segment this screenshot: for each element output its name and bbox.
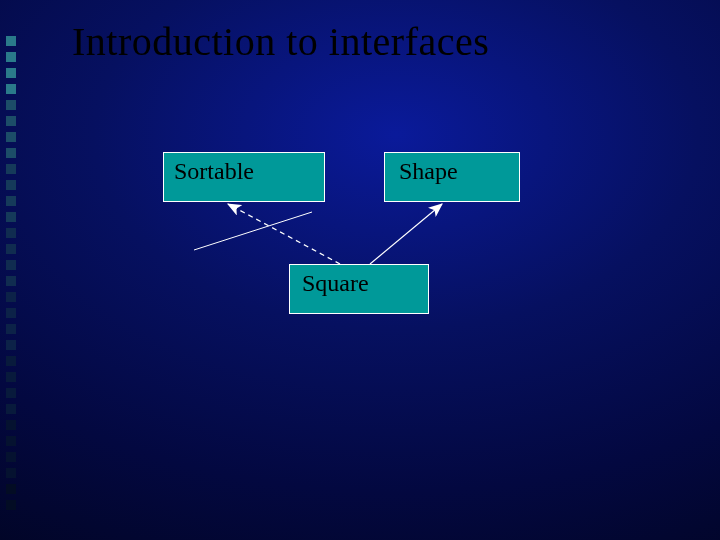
decor-sidebar	[6, 36, 16, 516]
decor-square-icon	[6, 132, 16, 142]
decor-square-icon	[6, 340, 16, 350]
decor-square-icon	[6, 276, 16, 286]
stray-line-icon	[194, 212, 312, 250]
decor-square-icon	[6, 84, 16, 94]
decor-square-icon	[6, 404, 16, 414]
decor-square-icon	[6, 100, 16, 110]
box-label: Square	[302, 270, 369, 296]
decor-square-icon	[6, 164, 16, 174]
decor-square-icon	[6, 260, 16, 270]
decor-square-icon	[6, 228, 16, 238]
interface-box-sortable: Sortable	[163, 152, 325, 202]
decor-square-icon	[6, 500, 16, 510]
decor-square-icon	[6, 372, 16, 382]
implements-arrow-icon	[228, 204, 340, 264]
extends-arrow-icon	[370, 204, 442, 264]
decor-square-icon	[6, 468, 16, 478]
decor-square-icon	[6, 388, 16, 398]
decor-square-icon	[6, 52, 16, 62]
decor-square-icon	[6, 116, 16, 126]
decor-square-icon	[6, 180, 16, 190]
decor-square-icon	[6, 148, 16, 158]
class-box-shape: Shape	[384, 152, 520, 202]
decor-square-icon	[6, 484, 16, 494]
decor-square-icon	[6, 324, 16, 334]
decor-square-icon	[6, 356, 16, 366]
box-label: Shape	[399, 158, 458, 184]
decor-square-icon	[6, 68, 16, 78]
decor-square-icon	[6, 308, 16, 318]
class-box-square: Square	[289, 264, 429, 314]
decor-square-icon	[6, 452, 16, 462]
decor-square-icon	[6, 436, 16, 446]
decor-square-icon	[6, 212, 16, 222]
decor-square-icon	[6, 420, 16, 430]
decor-square-icon	[6, 244, 16, 254]
decor-square-icon	[6, 196, 16, 206]
decor-square-icon	[6, 292, 16, 302]
decor-square-icon	[6, 36, 16, 46]
box-label: Sortable	[174, 158, 254, 184]
slide-title: Introduction to interfaces	[72, 18, 489, 65]
slide: Introduction to interfaces Sortable Shap…	[0, 0, 720, 540]
